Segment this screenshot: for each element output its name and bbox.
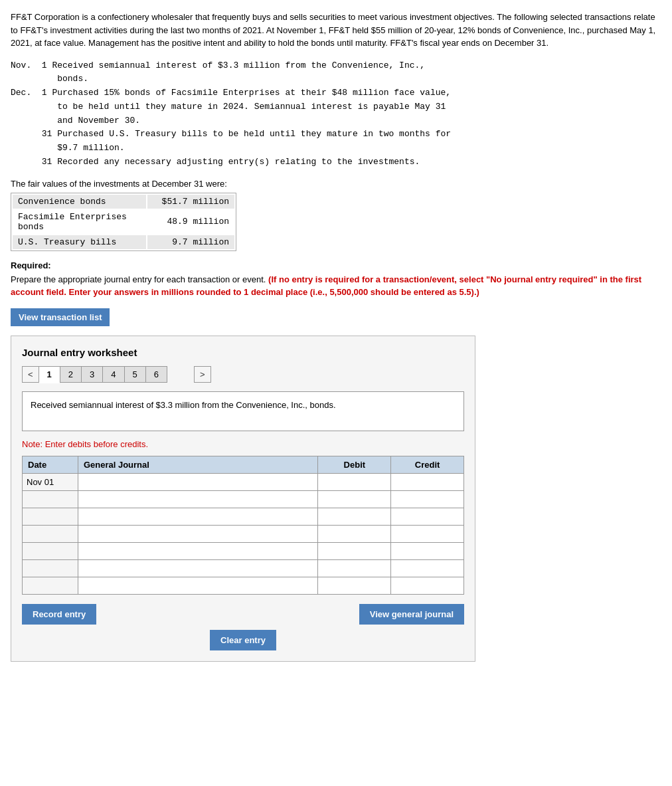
debit-cell-3[interactable]: [318, 508, 391, 525]
gj-input-6[interactable]: [78, 560, 318, 577]
tab-5[interactable]: 5: [124, 366, 146, 383]
intro-paragraph: FF&T Corporation is a confectionery whol…: [11, 11, 661, 50]
transaction-item-4: 31 Recorded any necessary adjusting entr…: [11, 155, 661, 169]
credit-input-5[interactable]: [391, 543, 463, 559]
header-debit: Debit: [318, 456, 391, 473]
bottom-buttons: Record entry View general journal Clear …: [22, 604, 464, 650]
fair-value-intro: The fair values of the investments at De…: [11, 179, 661, 189]
fair-value-value-2: 48.9 million: [147, 210, 234, 234]
tab-3[interactable]: 3: [81, 366, 103, 383]
record-entry-button[interactable]: Record entry: [22, 604, 96, 625]
transaction-item-3: 31 Purchased U.S. Treasury bills to be h…: [11, 128, 661, 155]
credit-input-3[interactable]: [391, 508, 463, 525]
date-cell-2: [23, 490, 78, 508]
table-row: [23, 490, 464, 508]
gj-cell-3[interactable]: [78, 508, 318, 525]
required-title: Required:: [11, 260, 661, 270]
gj-cell-7[interactable]: [78, 577, 318, 594]
date-cell-1: Nov 01: [23, 473, 78, 490]
gj-cell-4[interactable]: [78, 525, 318, 542]
tab-next-arrow[interactable]: >: [194, 366, 211, 383]
clear-entry-button[interactable]: Clear entry: [210, 630, 276, 650]
debit-input-5[interactable]: [318, 543, 390, 559]
tab-4[interactable]: 4: [102, 366, 124, 383]
debit-cell-2[interactable]: [318, 490, 391, 508]
debit-cell-6[interactable]: [318, 559, 391, 577]
fair-value-table: Convenience bonds $51.7 million Facsimil…: [11, 193, 236, 251]
gj-cell-5[interactable]: [78, 542, 318, 559]
credit-cell-3[interactable]: [391, 508, 464, 525]
header-date: Date: [23, 456, 78, 473]
fair-value-label-1: Convenience bonds: [13, 195, 146, 209]
credit-cell-2[interactable]: [391, 490, 464, 508]
table-row: [23, 508, 464, 525]
fair-value-label-3: U.S. Treasury bills: [13, 235, 146, 249]
instruction-line1: Prepare the appropriate journal entry fo…: [11, 274, 266, 284]
view-general-journal-button[interactable]: View general journal: [359, 604, 464, 625]
credit-cell-1[interactable]: [391, 473, 464, 490]
bottom-row-2: Clear entry: [22, 630, 464, 650]
gj-cell-2[interactable]: [78, 490, 318, 508]
fair-value-row-1: Convenience bonds $51.7 million: [13, 195, 234, 209]
journal-entry-worksheet: Journal entry worksheet < 1 2 3 4 5 6 > …: [11, 336, 475, 662]
required-section: Required: Prepare the appropriate journa…: [11, 260, 661, 299]
credit-input-2[interactable]: [391, 491, 463, 508]
header-credit: Credit: [391, 456, 464, 473]
fair-value-value-3: 9.7 million: [147, 235, 234, 249]
credit-cell-4[interactable]: [391, 525, 464, 542]
debit-input-3[interactable]: [318, 508, 390, 525]
debit-input-7[interactable]: [318, 577, 390, 594]
gj-input-4[interactable]: [78, 526, 318, 542]
credit-input-7[interactable]: [391, 577, 463, 594]
bottom-row-1: Record entry View general journal: [22, 604, 464, 625]
gj-input-2[interactable]: [78, 491, 318, 508]
credit-input-4[interactable]: [391, 526, 463, 542]
credit-input-1[interactable]: [391, 474, 463, 490]
transactions-list: Nov. 1 Received semiannual interest of $…: [11, 59, 661, 169]
debit-input-4[interactable]: [318, 526, 390, 542]
debit-input-2[interactable]: [318, 491, 390, 508]
note-text: Note: Enter debits before credits.: [22, 439, 464, 449]
debit-cell-7[interactable]: [318, 577, 391, 594]
table-row: [23, 542, 464, 559]
view-transaction-button[interactable]: View transaction list: [11, 308, 110, 326]
debit-cell-4[interactable]: [318, 525, 391, 542]
tab-1[interactable]: 1: [39, 366, 60, 383]
tabs-navigation: < 1 2 3 4 5 6 >: [22, 366, 464, 383]
tab-2[interactable]: 2: [60, 366, 82, 383]
gj-cell-1[interactable]: [78, 473, 318, 490]
fair-value-row-2: Facsimile Enterprisesbonds 48.9 million: [13, 210, 234, 234]
credit-cell-6[interactable]: [391, 559, 464, 577]
date-cell-4: [23, 525, 78, 542]
date-cell-6: [23, 559, 78, 577]
fair-value-value-1: $51.7 million: [147, 195, 234, 209]
tab-6[interactable]: 6: [145, 366, 167, 383]
tab-prev-arrow[interactable]: <: [22, 366, 39, 383]
date-cell-7: [23, 577, 78, 594]
table-row: [23, 525, 464, 542]
table-row: Nov 01: [23, 473, 464, 490]
gj-input-5[interactable]: [78, 543, 318, 559]
gj-input-3[interactable]: [78, 508, 318, 525]
gj-cell-6[interactable]: [78, 559, 318, 577]
debit-cell-1[interactable]: [318, 473, 391, 490]
gj-input-1[interactable]: [78, 474, 318, 490]
table-row: [23, 577, 464, 594]
gj-input-7[interactable]: [78, 577, 318, 594]
transaction-description: Received semiannual interest of $3.3 mil…: [22, 391, 464, 431]
required-instruction: Prepare the appropriate journal entry fo…: [11, 273, 661, 299]
debit-input-1[interactable]: [318, 474, 390, 490]
credit-cell-5[interactable]: [391, 542, 464, 559]
credit-input-6[interactable]: [391, 560, 463, 577]
journal-table-header-row: Date General Journal Debit Credit: [23, 456, 464, 473]
transaction-item-1: Nov. 1 Received semiannual interest of $…: [11, 59, 661, 87]
fair-value-row-3: U.S. Treasury bills 9.7 million: [13, 235, 234, 249]
fair-value-label-2: Facsimile Enterprisesbonds: [13, 210, 146, 234]
header-general-journal: General Journal: [78, 456, 318, 473]
date-cell-3: [23, 508, 78, 525]
debit-input-6[interactable]: [318, 560, 390, 577]
fair-value-section: The fair values of the investments at De…: [11, 179, 661, 251]
debit-cell-5[interactable]: [318, 542, 391, 559]
credit-cell-7[interactable]: [391, 577, 464, 594]
journal-table: Date General Journal Debit Credit Nov 01: [22, 456, 464, 595]
